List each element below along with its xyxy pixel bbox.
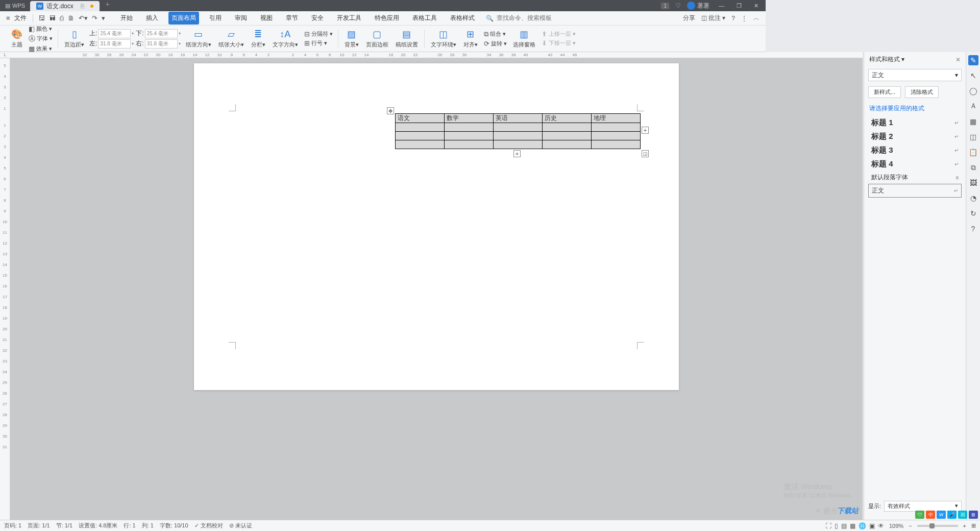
table-wrapper: ✥ 语文 数学 英语 历史 地理 + + ◲ [395,113,641,149]
share-button[interactable]: 分享 [683,14,695,22]
paper-size-button[interactable]: ▱纸张大小▾ [216,28,246,50]
background-button[interactable]: ▨背景▾ [342,28,361,50]
table-move-handle[interactable]: ✥ [387,107,394,114]
margin-left-label: 左: [89,39,97,48]
qat-customize-icon[interactable]: ▾ [102,14,105,22]
settings-icon[interactable]: ⋮ [741,15,747,22]
paper-size-icon: ▱ [228,29,235,40]
ribbon-toolbar: 🎨主题 ◧颜色▾ Ⓐ字体▾ ▦效果▾ ▯页边距▾ 上:▾ 下:▾ 左:▾ 右:▾… [0,26,766,52]
margin-top-input[interactable] [98,29,131,38]
save-icon[interactable]: 🖫 [38,14,45,22]
tab-start[interactable]: 开始 [117,12,136,25]
font-button[interactable]: Ⓐ字体▾ [28,34,54,44]
note-button[interactable]: ◫ 批注 ▾ [701,14,726,22]
effect-icon: ▦ [29,45,35,53]
group-theme: 🎨主题 ◧颜色▾ Ⓐ字体▾ ▦效果▾ [5,26,58,52]
notification-badge[interactable]: 1 [661,3,669,9]
tab-dev-tools[interactable]: 开发工具 [334,12,364,25]
file-menu-label: 文件 [14,14,27,22]
text-wrap-button[interactable]: ◫文字环绕▾ [429,28,458,50]
print-icon[interactable]: ⎙ [60,14,64,22]
manuscript-button[interactable]: ▤稿纸设置 [394,28,420,50]
user-account[interactable]: 薯薯 [687,2,709,10]
align-icon: ⊞ [467,29,474,40]
crop-mark-tr [637,104,644,111]
tab-insert[interactable]: 插入 [143,12,161,25]
table-cell[interactable]: 语文 [396,114,445,123]
text-wrap-icon: ◫ [439,29,448,40]
search-placeholder: 查找命令、搜索模板 [497,14,552,22]
page-border-button[interactable]: ▢页面边框 [364,28,390,50]
align-button[interactable]: ⊞对齐▾ [461,28,480,50]
theme-button[interactable]: 🎨主题 [9,28,24,50]
add-row-handle[interactable]: + [513,150,521,157]
selection-pane-button[interactable]: ▥选择窗格 [511,28,537,50]
color-button[interactable]: ◧颜色▾ [28,25,54,33]
skin-icon[interactable]: ♡ [675,2,681,9]
print-preview-icon[interactable]: 🗎 [68,14,75,22]
effect-button[interactable]: ▦效果▾ [28,44,54,53]
tab-table-tools[interactable]: 表格工具 [409,12,440,25]
rotate-button[interactable]: ⟳旋转▾ [483,39,508,48]
document-tabs: W 语文.docx ⎘ + [30,0,116,11]
collapse-ribbon-icon[interactable]: ︿ [753,14,760,22]
text-direction-button[interactable]: ↕A文字方向▾ [271,28,300,50]
tab-references[interactable]: 引用 [206,12,225,25]
file-menu[interactable]: ≡ 文件 [4,14,31,22]
breaks-button[interactable]: ⊟分隔符▾ [303,30,334,38]
document-tab-active[interactable]: W 语文.docx ⎘ [30,1,100,11]
add-column-handle[interactable]: + [642,127,649,134]
orientation-button[interactable]: ▭纸张方向▾ [184,28,213,50]
hamburger-icon: ≡ [4,14,12,22]
document-name: 语文.docx [46,2,74,11]
line-number-button[interactable]: ⊞行号▾ [303,39,334,47]
margin-left-input[interactable] [98,39,131,49]
horizontal-ruler[interactable]: 3230282624222018161412108642246810121418… [10,52,766,58]
new-tab-button[interactable]: + [100,0,116,11]
save-as-icon[interactable]: 🖬 [49,14,56,22]
table-row: 语文 数学 英语 历史 地理 [396,114,641,123]
vertical-ruler[interactable]: 5432112345678910111213141516171819202122… [0,58,10,415]
tab-page-layout[interactable]: 页面布局 [168,12,199,25]
menubar: ≡ 文件 🖫 🖬 ⎙ 🗎 ↶▾ ↷ ▾ 开始 插入 页面布局 引用 审阅 视图 … [0,11,766,26]
margin-bottom-label: 下: [136,29,143,38]
theme-icon: 🎨 [11,29,22,40]
tab-special[interactable]: 特色应用 [372,12,402,25]
document-table[interactable]: 语文 数学 英语 历史 地理 [395,113,641,149]
send-backward-button: ⬇下移一层▾ [541,39,577,47]
maximize-button[interactable]: ❐ [733,2,745,10]
margin-button[interactable]: ▯页边距▾ [62,28,86,50]
tab-review[interactable]: 审阅 [232,12,250,25]
undo-icon[interactable]: ↶▾ [79,14,88,22]
group-background: ▨背景▾ ▢页面边框 ▤稿纸设置 [338,26,424,52]
app-logo[interactable]: ▤ WPS [0,3,30,9]
command-search[interactable]: 🔍 查找命令、搜索模板 [486,14,552,22]
minimize-button[interactable]: — [716,2,727,10]
avatar-icon [687,2,695,10]
margin-bottom-input[interactable] [145,29,178,38]
table-cell[interactable]: 英语 [494,114,543,123]
table-cell[interactable]: 数学 [445,114,494,123]
group-button[interactable]: ⧉组合▾ [483,30,508,39]
page[interactable]: ✥ 语文 数学 英语 历史 地理 + + ◲ [194,63,679,390]
text-direction-icon: ↕A [280,29,290,40]
help-icon[interactable]: ? [731,15,735,22]
manuscript-icon: ▤ [402,29,411,40]
tab-table-style[interactable]: 表格样式 [447,12,478,25]
tab-security[interactable]: 安全 [308,12,327,25]
document-canvas[interactable]: ✥ 语文 数学 英语 历史 地理 + + ◲ 激活 Windows 转到"设置"… [10,58,766,415]
group-page-setup: ▯页边距▾ 上:▾ 下:▾ 左:▾ 右:▾ ▭纸张方向▾ ▱纸张大小▾ ≣分栏▾… [58,26,338,52]
table-cell[interactable]: 地理 [592,114,641,123]
table-cell[interactable]: 历史 [543,114,592,123]
wps-icon: ▤ [5,3,10,9]
margin-right-input[interactable] [145,39,178,49]
table-resize-handle[interactable]: ◲ [642,150,649,157]
redo-icon[interactable]: ↷ [92,14,97,22]
close-button[interactable]: ✕ [751,2,762,10]
tab-view[interactable]: 视图 [257,12,276,25]
titlebar: ▤ WPS W 语文.docx ⎘ + 1 ♡ 薯薯 — ❐ ✕ [0,0,766,11]
columns-button[interactable]: ≣分栏▾ [249,28,267,50]
ruler-corner: L [0,52,10,58]
bring-forward-icon: ⬆ [542,30,547,38]
tab-section[interactable]: 章节 [283,12,301,25]
